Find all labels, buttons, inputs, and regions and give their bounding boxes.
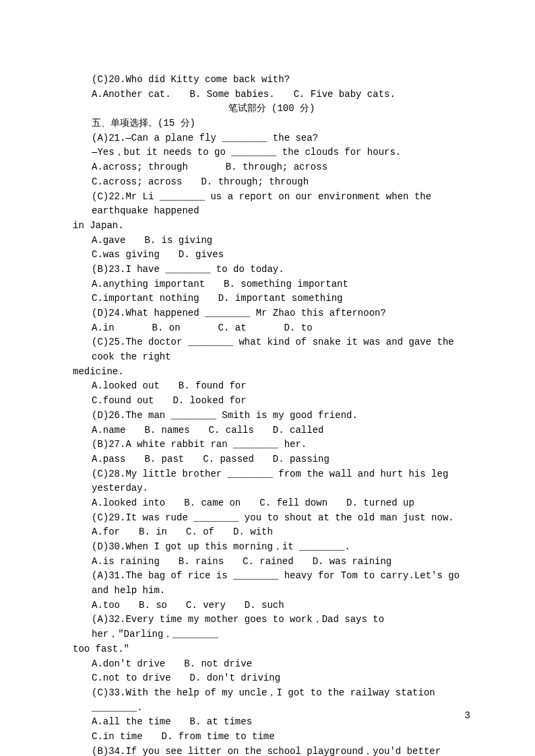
q31-line1: (A)31.The bag of rice is ________ heavy … — [73, 569, 470, 598]
q32-line1: (A)32.Every time my mother goes to work，… — [73, 613, 470, 642]
q23-line1: (B)23.I have ________ to do today. — [73, 263, 470, 277]
q32-options1: A.don't drive B. not drive — [73, 657, 470, 672]
q27-line1: (B)27.A white rabbit ran ________ her. — [73, 438, 470, 452]
q28-options: A.looked into B. came on C. fell down D.… — [73, 496, 470, 511]
q29-line1: (C)29.It was rude ________ you to shout … — [73, 511, 470, 526]
q23-options2: C.important nothing D. important somethi… — [73, 291, 470, 306]
q31-options: A.too B. so C. very D. such — [73, 598, 470, 613]
q22-options1: A.gave B. is giving — [73, 234, 470, 248]
written-section-header: 笔试部分 (100 分) — [73, 102, 470, 116]
q27-options: A.pass B. past C. passed D. passing — [73, 452, 470, 467]
q22-line1: (C)22.Mr Li ________ us a report on our … — [73, 190, 470, 219]
q33-options1: A.all the time B. at times — [73, 715, 470, 730]
exam-page: (C)20.Who did Kitty come back with? A.An… — [0, 0, 535, 756]
q21-line1: (A)21.—Can a plane fly ________ the sea? — [73, 131, 470, 146]
q32-options2: C.not to drive D. don't driving — [73, 671, 470, 686]
q34-line1: (B)34.If you see litter on the school pl… — [73, 745, 470, 756]
q24-options: A.in B. on C. at D. to — [73, 321, 470, 336]
page-number: 3 — [465, 709, 470, 724]
q20-options: A.Another cat. B. Some babies. C. Five b… — [73, 88, 470, 102]
q26-line1: (D)26.The man ________ Smith is my good … — [73, 409, 470, 423]
q30-line1: (D)30.When I got up this morning，it ____… — [73, 540, 470, 555]
q23-options1: A.anything important B. something import… — [73, 277, 470, 292]
q24-line1: (D)24.What happened ________ Mr Zhao thi… — [73, 306, 470, 321]
q22-options2: C.was giving D. gives — [73, 248, 470, 263]
q29-options: A.for B. in C. of D. with — [73, 525, 470, 540]
q21-options1: A.across; through B. through; across — [73, 160, 470, 175]
q33-options2: C.in time D. from time to time — [73, 730, 470, 745]
q22-line2: in Japan. — [73, 219, 470, 234]
q28-line1: (C)28.My little brother ________ from th… — [73, 467, 470, 496]
q20-stem: (C)20.Who did Kitty come back with? — [73, 73, 470, 88]
q21-options2: C.across; across D. through; through — [73, 175, 470, 190]
q25-options2: C.found out D. looked for — [73, 394, 470, 409]
q26-options: A.name B. names C. calls D. called — [73, 423, 470, 438]
q30-options: A.is raining B. rains C. rained D. was r… — [73, 555, 470, 570]
q33-line1: (C)33.With the help of my uncle，I got to… — [73, 686, 470, 715]
q32-line2: too fast." — [73, 642, 470, 657]
q25-line2: medicine. — [73, 365, 470, 380]
q21-line2: —Yes，but it needs to go ________ the clo… — [73, 145, 470, 160]
q25-options1: A.looked out B. found for — [73, 379, 470, 394]
section-five-title: 五、单项选择。(15 分) — [73, 116, 470, 131]
q25-line1: (C)25.The doctor ________ what kind of s… — [73, 335, 470, 364]
